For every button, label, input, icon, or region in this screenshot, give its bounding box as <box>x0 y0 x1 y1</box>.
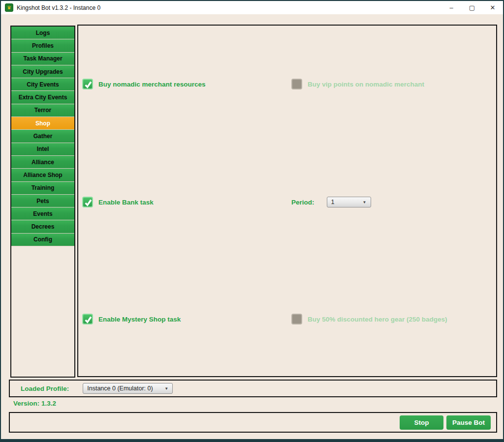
sidebar-item-extra-city-events[interactable]: Extra City Events <box>11 91 74 104</box>
loaded-profile-label: Loaded Profile: <box>21 385 69 392</box>
option-bank-task: Enable Bank task <box>82 197 154 207</box>
checkmark-icon <box>84 315 93 324</box>
sidebar-item-config[interactable]: Config <box>11 234 74 246</box>
bank-task-label: Enable Bank task <box>98 199 154 206</box>
sidebar-item-training[interactable]: Training <box>11 182 74 195</box>
sidebar-item-pets[interactable]: Pets <box>11 195 74 207</box>
sidebar-item-profiles[interactable]: Profiles <box>11 39 74 52</box>
sidebar-item-city-events[interactable]: City Events <box>11 78 74 91</box>
period-select[interactable]: 1 ▼ <box>327 197 371 207</box>
sidebar-item-shop[interactable]: Shop <box>11 117 74 130</box>
hero-gear-label: Buy 50% discounted hero gear (250 badges… <box>308 316 447 323</box>
sidebar-item-terror[interactable]: Terror <box>11 104 74 117</box>
option-buy-vip: Buy vip points on nomadic merchant <box>291 79 424 89</box>
sidebar-item-events[interactable]: Events <box>11 207 74 220</box>
bank-task-checkbox[interactable] <box>82 197 93 207</box>
title-bar: ♛ Kingshot Bot v1.3.2 - Instance 0 – ▢ ✕ <box>1 1 503 14</box>
period-label: Period: <box>291 199 315 206</box>
window-title: Kingshot Bot v1.3.2 - Instance 0 <box>17 4 100 11</box>
buy-vip-checkbox[interactable] <box>291 79 302 89</box>
maximize-icon[interactable]: ▢ <box>462 1 482 14</box>
mystery-shop-label: Enable Mystery Shop task <box>98 316 181 323</box>
close-icon[interactable]: ✕ <box>482 1 503 14</box>
app-window: ♛ Kingshot Bot v1.3.2 - Instance 0 – ▢ ✕… <box>0 0 504 442</box>
buy-vip-label: Buy vip points on nomadic merchant <box>308 81 424 88</box>
window-controls: – ▢ ✕ <box>441 1 503 14</box>
hero-gear-checkbox[interactable] <box>291 314 302 324</box>
sidebar-item-decrees[interactable]: Decrees <box>11 220 74 233</box>
buy-nomadic-label: Buy nomadic merchant resources <box>98 81 206 88</box>
option-hero-gear: Buy 50% discounted hero gear (250 badges… <box>291 314 447 324</box>
chevron-down-icon: ▼ <box>160 386 168 391</box>
stop-button[interactable]: Stop <box>400 415 443 430</box>
period-value: 1 <box>331 199 335 206</box>
sidebar-item-gather[interactable]: Gather <box>11 130 74 143</box>
checkmark-icon <box>84 80 93 89</box>
checkmark-icon <box>84 198 93 207</box>
buy-nomadic-checkbox[interactable] <box>82 79 93 89</box>
option-buy-nomadic: Buy nomadic merchant resources <box>82 79 206 89</box>
sidebar-item-intel[interactable]: Intel <box>11 143 74 156</box>
sidebar-item-task-manager[interactable]: Task Manager <box>11 53 74 65</box>
pause-bot-button[interactable]: Pause Bot <box>446 415 491 430</box>
option-bank-period: Period: 1 ▼ <box>291 197 371 207</box>
sidebar-nav: Logs Profiles Task Manager City Upgrades… <box>10 26 75 378</box>
crown-icon: ♛ <box>5 3 13 12</box>
action-bar: Stop Pause Bot <box>9 412 497 433</box>
option-mystery-shop: Enable Mystery Shop task <box>82 314 181 324</box>
shop-settings-panel: Buy nomadic merchant resources Buy vip p… <box>77 25 497 377</box>
mystery-shop-checkbox[interactable] <box>82 314 93 324</box>
sidebar-item-alliance-shop[interactable]: Alliance Shop <box>11 169 74 181</box>
sidebar-item-alliance[interactable]: Alliance <box>11 156 74 169</box>
sidebar-item-city-upgrades[interactable]: City Upgrades <box>11 65 74 78</box>
profile-value: Instance 0 (Emulator: 0) <box>87 385 153 392</box>
loaded-profile-bar: Loaded Profile: Instance 0 (Emulator: 0)… <box>9 380 497 397</box>
minimize-icon[interactable]: – <box>441 1 462 14</box>
sidebar-item-logs[interactable]: Logs <box>11 27 74 39</box>
profile-select[interactable]: Instance 0 (Emulator: 0) ▼ <box>83 383 173 394</box>
chevron-down-icon: ▼ <box>359 200 367 205</box>
version-text: Version: 1.3.2 <box>13 400 56 407</box>
